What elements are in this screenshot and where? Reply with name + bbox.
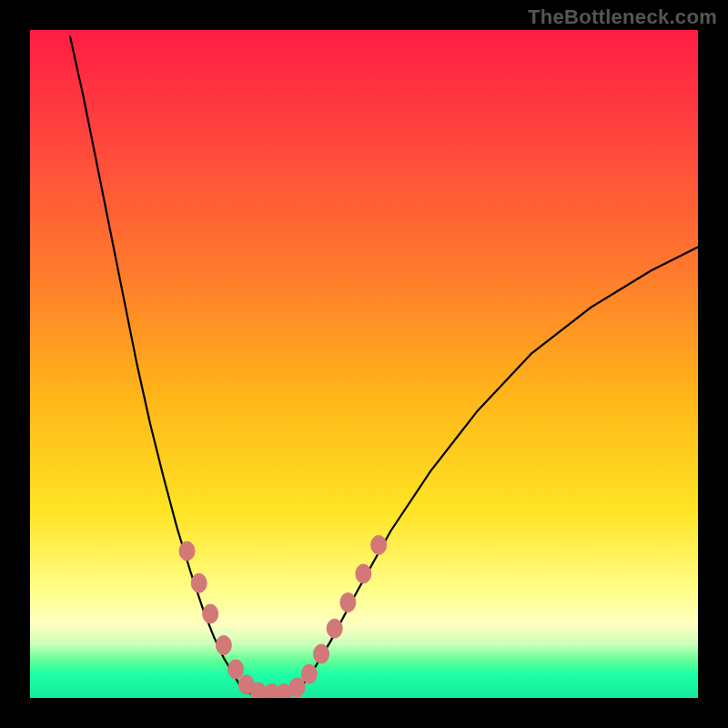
chart-svg xyxy=(30,30,698,698)
data-dot xyxy=(356,564,371,583)
data-dot xyxy=(228,660,244,679)
data-dot xyxy=(216,636,231,655)
data-dot xyxy=(327,619,342,638)
data-dot xyxy=(314,644,329,663)
curves-group xyxy=(70,36,698,694)
chart-frame: TheBottleneck.com xyxy=(0,0,728,728)
dots-group xyxy=(179,535,387,698)
data-dot xyxy=(371,535,387,554)
bottleneck-curve xyxy=(70,36,698,694)
data-dot xyxy=(179,541,195,561)
data-dot xyxy=(289,678,305,697)
data-dot xyxy=(191,573,207,592)
data-dot xyxy=(301,664,317,683)
data-dot xyxy=(340,593,356,612)
data-dot xyxy=(203,604,218,623)
watermark-text: TheBottleneck.com xyxy=(528,5,717,29)
